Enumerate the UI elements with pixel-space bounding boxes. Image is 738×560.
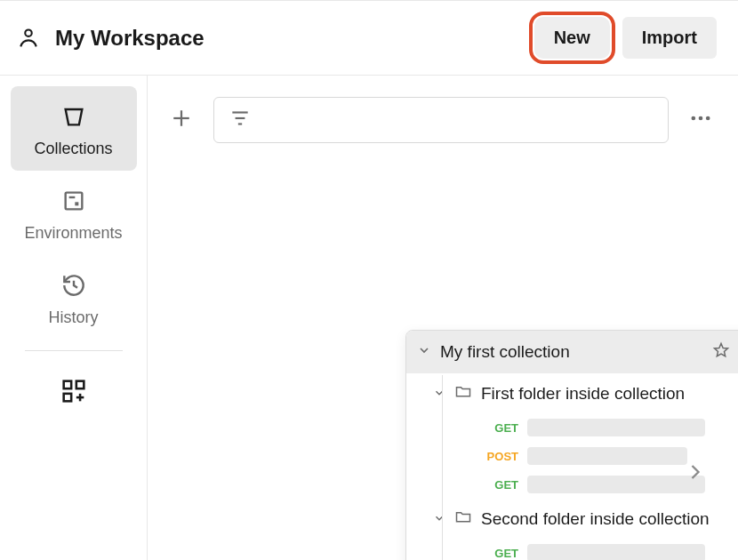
method-badge: POST [483, 450, 518, 463]
svg-point-0 [25, 29, 31, 36]
chevron-down-icon[interactable] [433, 384, 445, 404]
toolbar-more-button[interactable] [681, 100, 720, 140]
folder-row[interactable]: Second folder inside collection [406, 499, 738, 539]
history-icon [60, 271, 88, 300]
body: Collections Environments History [0, 76, 738, 560]
collection-name: My first collection [440, 342, 700, 362]
method-badge: GET [483, 421, 518, 435]
svg-rect-2 [75, 202, 78, 205]
svg-rect-4 [63, 381, 71, 389]
request-row[interactable]: GET [406, 539, 738, 560]
header-bar: My Workspace New Import [0, 1, 738, 76]
sidebar-divider [25, 350, 123, 351]
request-name-placeholder [527, 476, 705, 493]
request-name-placeholder [527, 447, 687, 465]
method-badge: GET [483, 478, 518, 492]
request-row[interactable]: GET [406, 413, 738, 442]
folder-name: Second folder inside collection [481, 509, 710, 529]
svg-point-16 [706, 116, 710, 121]
header-actions: New Import [534, 17, 717, 59]
svg-rect-5 [76, 381, 84, 389]
collection-tree: My first collection [405, 330, 738, 560]
sidebar-item-label: Collections [34, 140, 112, 158]
chevron-down-icon[interactable] [433, 509, 445, 529]
sidebar-item-collections[interactable]: Collections [11, 86, 137, 171]
filter-input[interactable] [213, 97, 669, 143]
svg-marker-17 [715, 344, 728, 356]
user-icon[interactable] [16, 26, 41, 51]
collection-header[interactable]: My first collection [406, 331, 738, 373]
sidebar-item-label: History [48, 308, 98, 327]
sidebar: Collections Environments History [0, 76, 148, 560]
import-button[interactable]: Import [622, 17, 717, 59]
folder-name: First folder inside collection [481, 384, 685, 404]
header-left: My Workspace [16, 26, 205, 51]
tree-rail [442, 375, 443, 560]
sidebar-item-label: Environments [24, 224, 122, 243]
chevron-down-icon[interactable] [417, 343, 431, 361]
svg-rect-1 [65, 193, 82, 210]
collections-icon [60, 102, 88, 131]
svg-point-14 [692, 116, 696, 121]
star-icon[interactable] [709, 340, 734, 364]
add-collection-button[interactable] [162, 100, 201, 140]
sidebar-item-history[interactable]: History [11, 255, 137, 340]
folder-icon [454, 508, 472, 530]
new-button[interactable]: New [534, 17, 610, 59]
chevron-right-icon[interactable] [683, 460, 708, 488]
svg-rect-6 [63, 394, 71, 402]
request-name-placeholder [527, 419, 705, 436]
main-panel: My first collection [148, 76, 738, 560]
plus-icon [168, 105, 195, 135]
grid-plus-icon [59, 376, 89, 406]
workspace-title[interactable]: My Workspace [55, 26, 205, 51]
sidebar-item-environments[interactable]: Environments [11, 171, 137, 255]
filter-icon [229, 107, 252, 133]
sidebar-item-add-view[interactable] [11, 376, 137, 406]
environments-icon [60, 187, 88, 215]
folder-icon [454, 382, 472, 404]
folder-row[interactable]: First folder inside collection [406, 373, 738, 413]
more-horizontal-icon [688, 106, 713, 134]
svg-point-15 [699, 116, 703, 121]
method-badge: GET [483, 547, 518, 560]
collections-toolbar [148, 76, 738, 143]
request-name-placeholder [527, 544, 705, 560]
